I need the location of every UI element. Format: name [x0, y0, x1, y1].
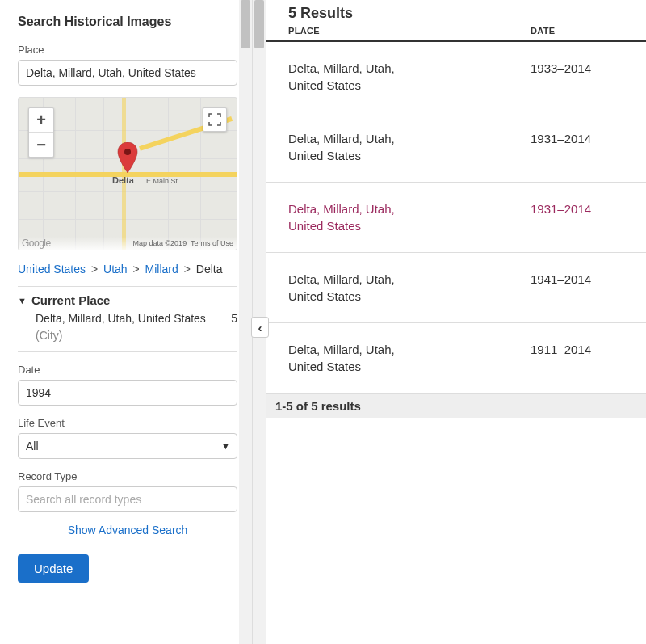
svg-point-0 [124, 149, 131, 155]
update-button[interactable]: Update [18, 554, 89, 583]
search-sidebar: Search Historical Images Place De [0, 0, 252, 644]
result-row[interactable]: Delta, Millard, Utah,United States1931–2… [266, 183, 646, 253]
map-marker-icon [116, 142, 139, 177]
result-row[interactable]: Delta, Millard, Utah,United States1941–2… [266, 253, 646, 323]
sidebar-scrollbar[interactable] [239, 0, 252, 644]
google-logo: Google [22, 238, 51, 249]
result-place: Delta, Millard, Utah,United States [288, 341, 531, 375]
current-place-name: Delta, Millard, Utah, United States (Cit… [36, 310, 224, 343]
breadcrumb-sep: > [184, 263, 191, 276]
place-input[interactable] [18, 60, 237, 86]
result-row[interactable]: Delta, Millard, Utah,United States1933–2… [266, 42, 646, 112]
map-street-label: E Main St [146, 177, 178, 185]
collapse-sidebar-button[interactable]: ‹ [251, 317, 269, 338]
result-place: Delta, Millard, Utah,United States [288, 130, 531, 164]
result-list: Delta, Millard, Utah,United States1933–2… [266, 42, 646, 394]
chevron-left-icon: ‹ [258, 321, 262, 335]
current-place-header: Current Place [31, 293, 111, 307]
results-panel: 5 Results PLACE DATE Delta, Millard, Uta… [253, 0, 646, 644]
result-row[interactable]: Delta, Millard, Utah,United States1931–2… [266, 112, 646, 183]
life-event-select[interactable]: All [18, 433, 237, 459]
map-fullscreen-button[interactable] [203, 107, 227, 132]
chevron-down-icon: ▼ [18, 296, 27, 305]
current-place-section: ▼ Current Place Delta, Millard, Utah, Un… [18, 286, 237, 352]
sidebar-title: Search Historical Images [18, 15, 237, 29]
column-header-date[interactable]: DATE [531, 26, 555, 36]
result-row[interactable]: Delta, Millard, Utah,United States1911–2… [266, 323, 646, 394]
breadcrumb-link-0[interactable]: United States [18, 263, 86, 276]
breadcrumb-link-2[interactable]: Millard [145, 263, 178, 276]
breadcrumb-sep: > [91, 263, 98, 276]
advanced-search-link[interactable]: Show Advanced Search [68, 524, 188, 537]
map-terms-link[interactable]: Terms of Use [191, 239, 233, 247]
current-place-toggle[interactable]: ▼ Current Place [18, 293, 237, 307]
result-place: Delta, Millard, Utah,United States [288, 60, 531, 94]
zoom-out-button[interactable]: − [29, 133, 53, 157]
result-date: 1931–2014 [531, 200, 591, 234]
date-label: Date [18, 364, 237, 376]
place-label: Place [18, 44, 237, 56]
fullscreen-icon [208, 113, 221, 126]
record-type-label: Record Type [18, 470, 237, 482]
record-type-input[interactable] [18, 486, 237, 512]
zoom-in-button[interactable]: + [29, 108, 53, 133]
breadcrumb-sep: > [133, 263, 140, 276]
map-data-attrib: Map data ©2019 [132, 239, 187, 247]
result-date: 1933–2014 [531, 60, 591, 94]
minus-icon: − [36, 136, 46, 154]
map-attribution: Google Map data ©2019 Terms of Use [19, 237, 237, 250]
result-place: Delta, Millard, Utah,United States [288, 200, 531, 234]
date-input[interactable] [18, 380, 237, 406]
current-place-count: 5 [224, 310, 237, 343]
result-place: Delta, Millard, Utah,United States [288, 271, 531, 305]
breadcrumb: United States > Utah > Millard > Delta [18, 260, 237, 278]
map-zoom-controls: + − [28, 107, 54, 158]
result-date: 1931–2014 [531, 130, 591, 164]
result-date: 1911–2014 [531, 341, 591, 375]
life-event-label: Life Event [18, 417, 237, 429]
column-header-place[interactable]: PLACE [288, 26, 531, 36]
map[interactable]: Delta E Main St + − Google Map data ©201… [18, 97, 237, 250]
results-footer: 1-5 of 5 results [266, 394, 646, 418]
breadcrumb-current: Delta [196, 263, 223, 276]
result-date: 1941–2014 [531, 271, 591, 305]
breadcrumb-link-1[interactable]: Utah [103, 263, 128, 276]
plus-icon: + [36, 111, 46, 129]
results-title: 5 Results [288, 5, 646, 22]
